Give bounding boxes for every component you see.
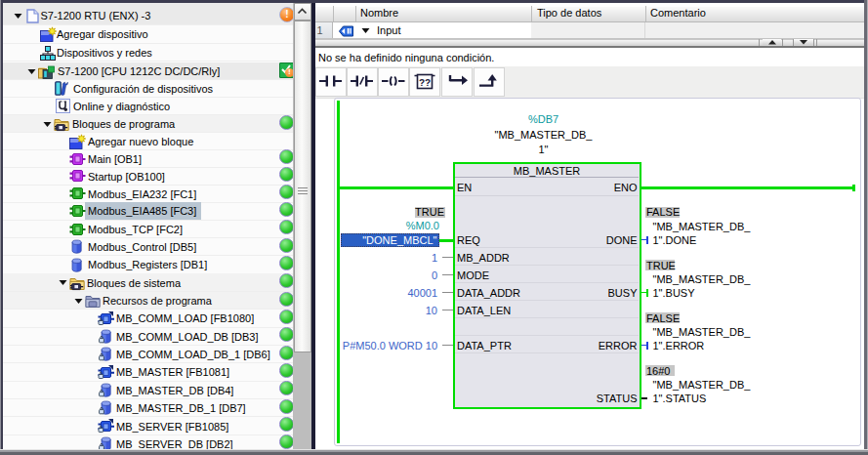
svg-text:??: ?? xyxy=(419,78,431,89)
